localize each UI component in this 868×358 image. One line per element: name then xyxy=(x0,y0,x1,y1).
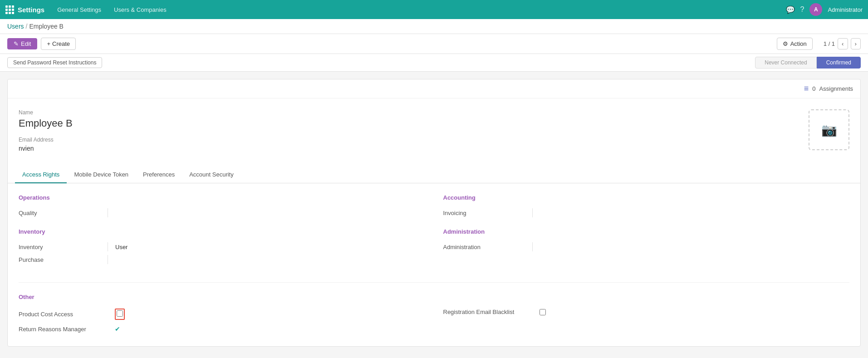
navbar: Settings General Settings Users & Compan… xyxy=(0,0,868,19)
assignments-widget[interactable]: ≡ 0 Assignments xyxy=(804,84,853,93)
other-section: Other Product Cost Access Return Reasons… xyxy=(19,294,849,335)
email-field-group: Email Address nvien xyxy=(19,137,801,152)
product-cost-checkbox-container xyxy=(115,309,125,320)
name-field-group: Name Employee B xyxy=(19,109,801,129)
tab-access-rights[interactable]: Access Rights xyxy=(15,167,67,183)
assignments-icon: ≡ xyxy=(804,84,809,93)
other-row-product-cost: Product Cost Access xyxy=(19,306,425,323)
product-cost-checkbox[interactable] xyxy=(117,310,123,317)
access-grid: Operations Quality Inventory Inventory U… xyxy=(19,194,849,275)
other-row-email-blacklist: Registration Email Blacklist xyxy=(443,306,850,318)
section-administration: Administration Administration xyxy=(443,228,850,253)
email-label: Email Address xyxy=(19,137,801,143)
quality-label: Quality xyxy=(19,210,100,216)
status-never-connected[interactable]: Never Connected xyxy=(755,57,816,69)
grid-icon xyxy=(5,5,14,14)
tab-account-security[interactable]: Account Security xyxy=(182,167,241,183)
help-icon[interactable]: ? xyxy=(800,5,804,14)
camera-icon: 📷 xyxy=(821,123,837,137)
app-name: Settings xyxy=(18,6,44,14)
other-title: Other xyxy=(19,294,849,300)
username: Administrator xyxy=(828,6,863,13)
edit-button[interactable]: ✎ ✎ Edit Edit xyxy=(7,38,37,49)
return-reasons-checkmark: ✔ xyxy=(115,325,120,333)
tab-preferences[interactable]: Preferences xyxy=(136,167,182,183)
tabs: Access Rights Mobile Device Token Prefer… xyxy=(8,167,860,183)
avatar[interactable]: A xyxy=(809,3,822,16)
pagination-controls: 1 / 1 ‹ › xyxy=(816,38,861,49)
breadcrumb-separator: / xyxy=(26,23,28,30)
product-cost-label: Product Cost Access xyxy=(19,311,109,318)
access-left-column: Operations Quality Inventory Inventory U… xyxy=(19,194,425,275)
section-operations: Operations Quality xyxy=(19,194,425,219)
section-accounting-title: Accounting xyxy=(443,194,850,201)
name-value: Employee B xyxy=(19,118,801,129)
email-blacklist-label: Registration Email Blacklist xyxy=(443,309,534,315)
inventory-label: Inventory xyxy=(19,244,100,250)
access-row-invoicing: Invoicing xyxy=(443,206,850,219)
tab-mobile-device-token[interactable]: Mobile Device Token xyxy=(67,167,136,183)
nav-right: 💬 ? A Administrator xyxy=(786,3,863,16)
prev-button[interactable]: ‹ xyxy=(838,38,848,49)
section-administration-title: Administration xyxy=(443,228,850,235)
breadcrumb-parent[interactable]: Users xyxy=(7,23,24,30)
nav-users-companies[interactable]: Users & Companies xyxy=(108,4,172,16)
purchase-label: Purchase xyxy=(19,256,100,263)
assignments-label: Assignments xyxy=(819,85,853,92)
section-accounting: Accounting Invoicing xyxy=(443,194,850,219)
reset-password-button[interactable]: Send Password Reset Instructions xyxy=(7,57,102,68)
form-fields: Name Employee B Email Address nvien xyxy=(19,109,801,159)
status-bar: Send Password Reset Instructions Never C… xyxy=(0,54,868,72)
access-right-column: Accounting Invoicing Administration Admi… xyxy=(443,194,850,275)
other-row-return-reasons: Return Reasons Manager ✔ xyxy=(19,323,425,335)
administration-label: Administration xyxy=(443,244,525,250)
plus-icon: + xyxy=(47,40,50,47)
section-operations-title: Operations xyxy=(19,194,425,201)
section-inventory-title: Inventory xyxy=(19,228,425,235)
avatar-upload[interactable]: 📷 xyxy=(809,109,849,150)
edit-icon: ✎ xyxy=(14,40,19,47)
create-button[interactable]: + Create xyxy=(41,38,76,50)
nav-general-settings[interactable]: General Settings xyxy=(52,4,107,16)
avatar-initial: A xyxy=(814,6,818,13)
email-value: nvien xyxy=(19,145,801,152)
assignments-count: 0 xyxy=(812,85,815,92)
next-button[interactable]: › xyxy=(851,38,861,49)
invoicing-label: Invoicing xyxy=(443,210,525,216)
nav-links: General Settings Users & Companies xyxy=(52,4,778,16)
status-confirmed[interactable]: Confirmed xyxy=(817,57,861,69)
toolbar: ✎ ✎ Edit Edit + Create ⚙ Action 1 / 1 ‹ … xyxy=(0,34,868,54)
chat-icon[interactable]: 💬 xyxy=(786,5,795,14)
other-right: Registration Email Blacklist xyxy=(443,306,850,335)
name-label: Name xyxy=(19,109,801,116)
other-grid: Product Cost Access Return Reasons Manag… xyxy=(19,306,849,335)
action-button[interactable]: ⚙ Action xyxy=(777,38,813,50)
gear-icon: ⚙ xyxy=(783,40,788,47)
assignments-header: ≡ 0 Assignments xyxy=(8,79,860,98)
access-row-inventory: Inventory User xyxy=(19,240,425,253)
app-brand[interactable]: Settings xyxy=(5,5,44,14)
breadcrumb: Users / Employee B xyxy=(0,19,868,34)
access-row-purchase: Purchase xyxy=(19,253,425,266)
other-left: Product Cost Access Return Reasons Manag… xyxy=(19,306,425,335)
inventory-value: User xyxy=(115,244,152,250)
pagination-info: 1 / 1 xyxy=(824,40,835,47)
email-blacklist-checkbox[interactable] xyxy=(539,309,546,315)
main-content: ≡ 0 Assignments Name Employee B Email Ad… xyxy=(7,79,861,347)
tab-content-access-rights: Operations Quality Inventory Inventory U… xyxy=(8,183,860,346)
breadcrumb-current: Employee B xyxy=(29,23,63,30)
form-body: Name Employee B Email Address nvien 📷 xyxy=(8,98,860,167)
access-row-administration: Administration xyxy=(443,240,850,253)
divider xyxy=(19,282,849,283)
access-row-quality: Quality xyxy=(19,206,425,219)
return-reasons-label: Return Reasons Manager xyxy=(19,326,109,333)
section-inventory: Inventory Inventory User Purchase xyxy=(19,228,425,266)
status-indicators: Never Connected Confirmed xyxy=(755,57,861,69)
